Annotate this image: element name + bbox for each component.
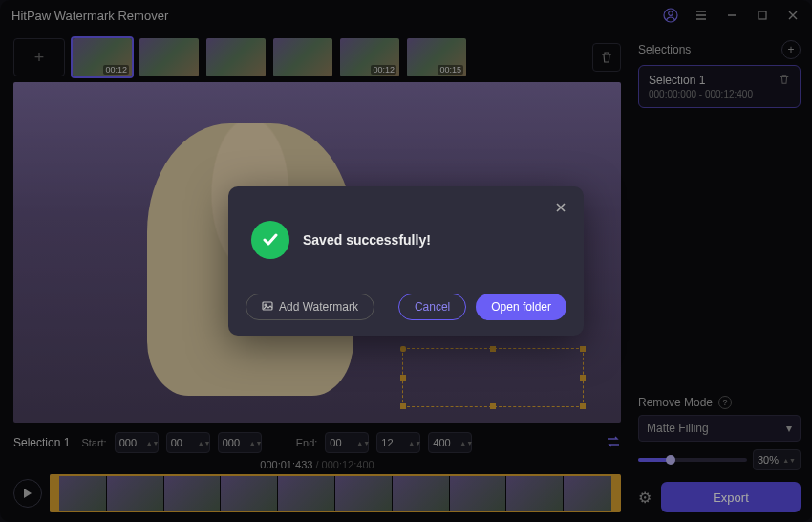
success-check-icon	[251, 221, 289, 259]
saved-modal: Saved successfully! Add Watermark Cancel…	[228, 186, 584, 336]
modal-overlay: Saved successfully! Add Watermark Cancel…	[0, 0, 812, 522]
cancel-button[interactable]: Cancel	[398, 294, 466, 320]
add-watermark-button[interactable]: Add Watermark	[246, 294, 374, 320]
open-folder-button[interactable]: Open folder	[476, 294, 566, 320]
image-icon	[262, 300, 273, 315]
modal-close-button[interactable]	[246, 202, 566, 213]
modal-message: Saved successfully!	[303, 232, 431, 248]
